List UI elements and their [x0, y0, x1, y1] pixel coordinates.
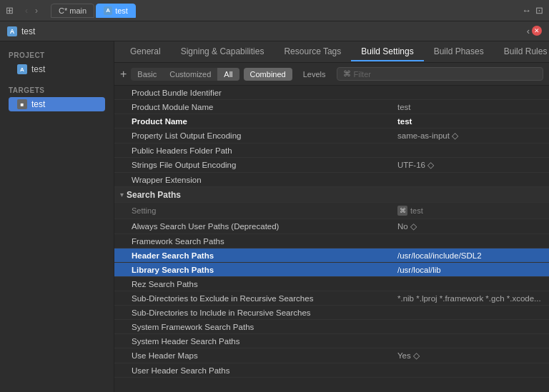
row-setting-ploe: Property List Output Encoding — [114, 130, 392, 141]
sidebar-project-icon: A — [17, 64, 27, 74]
filter-input[interactable] — [354, 70, 538, 79]
row-value-pbi — [392, 91, 549, 94]
tab-nav: General Signing & Capabilities Resource … — [114, 41, 549, 63]
row-value-pmi: test — [392, 101, 549, 113]
filter-group: Basic Customized All — [131, 68, 239, 81]
tab-build-phases[interactable]: Build Phases — [424, 43, 494, 61]
sidebar-targets-section: TARGETS ■ test — [0, 84, 114, 113]
tab-build-settings[interactable]: Build Settings — [351, 43, 423, 61]
col-value-header: ⌘ test — [392, 204, 549, 217]
table-row-lsp[interactable]: Library Search Paths /usr/local/lib — [114, 263, 549, 277]
top-tab-atest-label: test — [115, 6, 128, 15]
row-value-sdirs — [392, 311, 549, 314]
table-row-fsp[interactable]: Framework Search Paths — [114, 234, 549, 248]
top-tab-atest[interactable]: A test — [96, 4, 136, 18]
swap-icon[interactable]: ↔ — [522, 5, 531, 16]
file-close-button[interactable]: ✕ — [532, 26, 542, 36]
row-value-uhm: Yes ◇ — [392, 349, 549, 362]
row-setting-asup: Always Search User Paths (Deprecated) — [114, 221, 392, 232]
nav-forward-button[interactable]: › — [32, 4, 41, 17]
row-setting-fsp: Framework Search Paths — [114, 236, 392, 247]
row-setting-pmi: Product Module Name — [114, 101, 392, 113]
row-setting-sfoe: Strings File Output Encoding — [114, 159, 392, 171]
layout-icon[interactable]: ⊡ — [535, 5, 543, 16]
sidebar-item-project-test[interactable]: A test — [9, 62, 105, 76]
row-setting-sdirs: Sub-Directories to Include in Recursive … — [114, 307, 392, 318]
main-layout: PROJECT A test TARGETS ■ test General Si… — [0, 41, 549, 392]
top-tab-cmain[interactable]: C* main — [51, 4, 94, 18]
file-header-right: ‹ ✕ — [527, 26, 542, 36]
settings-table: Product Bundle Identifier Product Module… — [114, 86, 549, 392]
table-row-hsp[interactable]: Header Search Paths /usr/local/include/S… — [114, 248, 549, 263]
row-setting-lsp: Library Search Paths — [114, 264, 392, 276]
table-row-syfsp[interactable]: System Framework Search Paths — [114, 320, 549, 334]
tab-build-rules[interactable]: Build Rules — [494, 43, 549, 61]
filter-combined-button[interactable]: Combined — [244, 68, 292, 81]
file-nav-left[interactable]: ‹ — [527, 26, 530, 36]
sidebar: PROJECT A test TARGETS ■ test — [0, 41, 114, 392]
table-row-pbi[interactable]: Product Bundle Identifier — [114, 86, 549, 100]
tab-signing[interactable]: Signing & Capabilities — [171, 43, 274, 61]
row-value-pn: test — [392, 116, 549, 127]
top-tab-cmain-label: C* main — [59, 6, 86, 15]
top-tab-atest-icon: A — [104, 6, 112, 15]
sidebar-project-label: test — [31, 64, 45, 74]
row-setting-pn: Product Name — [114, 116, 392, 127]
row-setting-phfp: Public Headers Folder Path — [114, 145, 392, 156]
tab-resource-tags[interactable]: Resource Tags — [274, 43, 351, 61]
row-setting-syfsp: System Framework Search Paths — [114, 321, 392, 333]
filter-bar: + Basic Customized All Combined Levels ⌘ — [114, 63, 549, 86]
nav-back-button[interactable]: ‹ — [22, 4, 31, 17]
file-nav-chevrons: ‹ ✕ — [527, 26, 542, 36]
sidebar-project-title: PROJECT — [9, 51, 105, 59]
table-row-we[interactable]: Wrapper Extension — [114, 173, 549, 187]
sidebar-targets-title: TARGETS — [9, 86, 105, 94]
row-value-hsp: /usr/local/include/SDL2 — [392, 250, 549, 261]
filter-all-button[interactable]: All — [217, 68, 239, 81]
title-bar-right: ↔ ⊡ — [522, 5, 543, 16]
row-setting-rsp: Rez Search Paths — [114, 278, 392, 290]
add-setting-button[interactable]: + — [120, 69, 127, 80]
table-row-pn[interactable]: Product Name test — [114, 114, 549, 129]
table-row-rsp[interactable]: Rez Search Paths — [114, 277, 549, 291]
table-row-syhsp[interactable]: System Header Search Paths — [114, 334, 549, 348]
row-value-lsp: /usr/local/lib — [392, 264, 549, 276]
filter-customized-button[interactable]: Customized — [163, 68, 217, 81]
table-row-uhsp[interactable]: User Header Search Paths — [114, 363, 549, 378]
content-area: General Signing & Capabilities Resource … — [114, 41, 549, 392]
table-row-sdeer[interactable]: Sub-Directories to Exclude in Recursive … — [114, 291, 549, 306]
grid-icon: ⊞ — [6, 5, 14, 16]
row-setting-uhsp: User Header Search Paths — [114, 365, 392, 376]
row-value-we — [392, 179, 549, 181]
table-row-phfp[interactable]: Public Headers Folder Path — [114, 144, 549, 158]
table-row-uhm[interactable]: Use Header Maps Yes ◇ — [114, 348, 549, 363]
sidebar-target-icon: ■ — [17, 99, 27, 109]
row-value-asup: No ◇ — [392, 220, 549, 233]
row-value-uhsp — [392, 369, 549, 372]
filter-levels-button[interactable]: Levels — [297, 68, 332, 81]
tab-general[interactable]: General — [120, 43, 171, 61]
section-header-title: Search Paths — [127, 190, 181, 200]
col-value-text: test — [410, 206, 423, 215]
filter-search-box[interactable]: ⌘ — [337, 67, 544, 81]
filter-basic-button[interactable]: Basic — [131, 68, 163, 81]
row-setting-pbi: Product Bundle Identifier — [114, 87, 392, 99]
row-value-phfp — [392, 149, 549, 152]
sidebar-target-label: test — [31, 99, 45, 109]
title-bar-left: ⊞ ‹ › C* main A test — [6, 4, 136, 18]
nav-arrows: ‹ › — [22, 4, 41, 17]
table-row-sdirs[interactable]: Sub-Directories to Include in Recursive … — [114, 306, 549, 320]
row-value-syhsp — [392, 340, 549, 343]
table-row-pmi[interactable]: Product Module Name test — [114, 100, 549, 114]
col-value-icon: ⌘ — [397, 206, 407, 216]
file-header: A test ‹ ✕ — [0, 21, 549, 41]
row-setting-uhm: Use Header Maps — [114, 350, 392, 361]
row-value-ploe: same-as-input ◇ — [392, 129, 549, 142]
section-header-search-paths[interactable]: ▾ Search Paths — [114, 187, 549, 203]
sidebar-item-target-test[interactable]: ■ test — [9, 97, 105, 111]
row-setting-hsp: Header Search Paths — [114, 250, 392, 261]
table-row-asup[interactable]: Always Search User Paths (Deprecated) No… — [114, 219, 549, 234]
row-value-sfoe: UTF-16 ◇ — [392, 159, 549, 171]
table-row-sfoe[interactable]: Strings File Output Encoding UTF-16 ◇ — [114, 158, 549, 173]
table-row-ploe[interactable]: Property List Output Encoding same-as-in… — [114, 129, 549, 144]
